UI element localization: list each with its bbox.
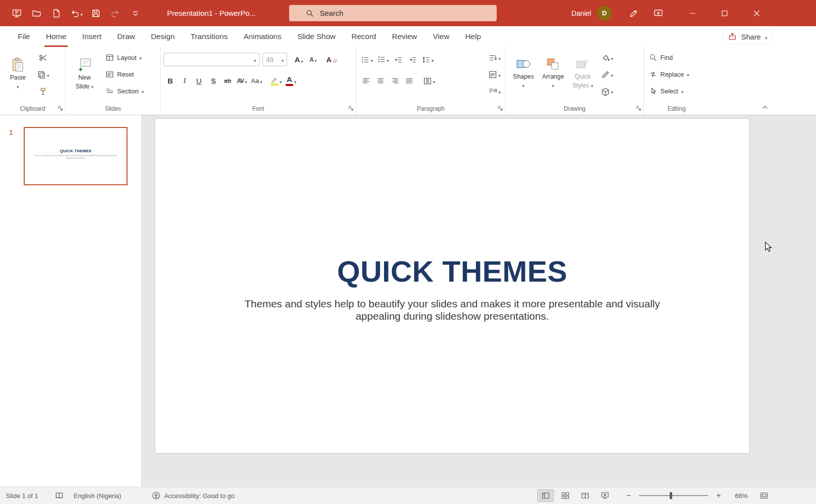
justify-button[interactable] — [402, 74, 416, 87]
slide-thumbnail[interactable]: QUICK THEMES Themes and styles help to b… — [24, 127, 128, 185]
section-button[interactable]: Section — [103, 84, 146, 98]
shape-effects-button[interactable] — [600, 84, 615, 98]
text-direction-button[interactable] — [487, 51, 502, 64]
ribbon-display-options-icon[interactable] — [648, 3, 668, 23]
find-button[interactable]: Find — [647, 51, 706, 64]
text-shadow-button[interactable]: S — [207, 74, 220, 87]
zoom-out-button[interactable]: − — [623, 489, 634, 502]
tab-design[interactable]: Design — [143, 26, 182, 47]
align-text-button[interactable] — [487, 68, 502, 81]
inking-pen-icon[interactable] — [624, 3, 644, 23]
ribbon: Paste Clipboard — [0, 47, 816, 115]
accessibility-status[interactable]: Accessibility: Good to go — [152, 491, 234, 500]
align-right-button[interactable] — [388, 74, 401, 87]
dialog-launcher-icon[interactable] — [498, 106, 503, 111]
slide-title-text[interactable]: QUICK THEMES — [155, 255, 749, 288]
language-selector[interactable]: English (Nigeria) — [74, 492, 121, 500]
dialog-launcher-icon[interactable] — [636, 106, 642, 111]
reading-view-button[interactable] — [577, 489, 594, 502]
font-size-select[interactable]: 48 — [262, 53, 287, 66]
shape-outline-button[interactable] — [600, 68, 615, 81]
tab-transitions[interactable]: Transitions — [183, 26, 236, 47]
tab-animations[interactable]: Animations — [236, 26, 290, 47]
copy-button[interactable] — [36, 68, 51, 81]
slide-show-button[interactable] — [597, 489, 613, 502]
status-bar: Slide 1 of 1 English (Nigeria) Accessibi… — [0, 487, 816, 504]
new-slide-button[interactable]: New Slide — [69, 51, 100, 104]
character-spacing-button[interactable]: AV — [235, 74, 249, 87]
chevron-down-icon — [765, 33, 767, 41]
title-bar: Presentation1 - PowerPo... Search Daniel… — [0, 0, 816, 26]
font-color-button[interactable]: A — [284, 74, 298, 87]
underline-button[interactable]: U — [192, 74, 206, 87]
close-button[interactable] — [740, 0, 773, 26]
slide-canvas[interactable]: QUICK THEMES Themes and styles help to b… — [155, 118, 750, 454]
tab-help[interactable]: Help — [457, 26, 489, 47]
share-button[interactable]: Share — [723, 29, 773, 44]
text-highlight-button[interactable] — [269, 74, 283, 87]
decrease-indent-button[interactable] — [391, 53, 405, 66]
select-button[interactable]: Select — [647, 84, 706, 98]
font-name-select[interactable] — [164, 53, 259, 66]
collapse-ribbon-button[interactable] — [762, 104, 769, 111]
minimize-button[interactable] — [676, 0, 708, 26]
zoom-slider[interactable] — [639, 495, 708, 496]
align-center-button[interactable] — [374, 74, 387, 87]
tab-view[interactable]: View — [425, 26, 457, 47]
zoom-level[interactable]: 66% — [727, 492, 748, 500]
tab-file[interactable]: File — [10, 26, 38, 47]
shape-fill-button[interactable] — [600, 51, 615, 64]
change-case-button[interactable]: Aa — [250, 74, 263, 87]
dialog-launcher-icon[interactable] — [58, 106, 63, 111]
convert-to-smartart-button[interactable] — [487, 84, 502, 98]
slide-body-text[interactable]: Themes and styles help to beautify your … — [240, 297, 665, 322]
replace-button[interactable]: Replace — [647, 68, 706, 81]
dialog-launcher-icon[interactable] — [348, 106, 354, 111]
reset-button[interactable]: Reset — [103, 68, 146, 81]
editing-group: Find Replace Select Editing — [644, 47, 709, 115]
cut-button[interactable] — [36, 51, 51, 64]
bold-button[interactable]: B — [164, 74, 177, 87]
tab-slide-show[interactable]: Slide Show — [289, 26, 344, 47]
shapes-icon — [516, 57, 531, 72]
tab-insert[interactable]: Insert — [74, 26, 109, 47]
zoom-in-button[interactable]: + — [713, 489, 724, 502]
open-file-icon[interactable] — [27, 3, 46, 23]
tab-home[interactable]: Home — [38, 26, 74, 47]
tab-record[interactable]: Record — [344, 26, 384, 47]
increase-indent-button[interactable] — [406, 53, 419, 66]
layout-button[interactable]: Layout — [103, 51, 146, 64]
align-left-button[interactable] — [359, 74, 373, 87]
grow-font-button[interactable]: A — [292, 53, 305, 66]
save-button[interactable] — [86, 3, 106, 23]
new-file-icon[interactable] — [46, 3, 66, 23]
shapes-button[interactable]: Shapes — [509, 51, 538, 104]
search-bar[interactable]: Search — [289, 5, 497, 21]
avatar[interactable]: D — [597, 6, 612, 21]
arrange-button[interactable]: Arrange — [538, 51, 568, 104]
user-name[interactable]: Daniel — [571, 9, 591, 17]
shrink-font-button[interactable]: A — [306, 53, 320, 66]
spell-check-icon[interactable] — [55, 491, 64, 500]
powerpoint-app-icon[interactable] — [7, 3, 27, 23]
zoom-slider-thumb[interactable] — [670, 492, 672, 499]
numbering-button[interactable] — [376, 53, 391, 66]
paste-button[interactable]: Paste — [3, 51, 33, 104]
fit-slide-to-window-button[interactable] — [756, 489, 773, 502]
italic-button[interactable]: I — [178, 74, 191, 87]
content-area: 1 QUICK THEMES Themes and styles help to… — [0, 115, 816, 487]
undo-button[interactable] — [66, 3, 86, 23]
tab-draw[interactable]: Draw — [109, 26, 143, 47]
bullets-button[interactable] — [359, 53, 375, 66]
format-painter-button[interactable] — [36, 84, 51, 98]
tab-review[interactable]: Review — [384, 26, 425, 47]
line-spacing-button[interactable] — [420, 53, 435, 66]
columns-button[interactable] — [422, 74, 437, 87]
customize-toolbar-icon[interactable] — [126, 3, 145, 23]
clear-formatting-button[interactable]: A — [325, 53, 340, 66]
maximize-button[interactable] — [708, 0, 740, 26]
slide-sorter-view-button[interactable] — [557, 489, 574, 502]
normal-view-button[interactable] — [537, 489, 554, 502]
strikethrough-button[interactable]: ab — [221, 74, 234, 87]
chevron-down-icon — [498, 70, 501, 79]
